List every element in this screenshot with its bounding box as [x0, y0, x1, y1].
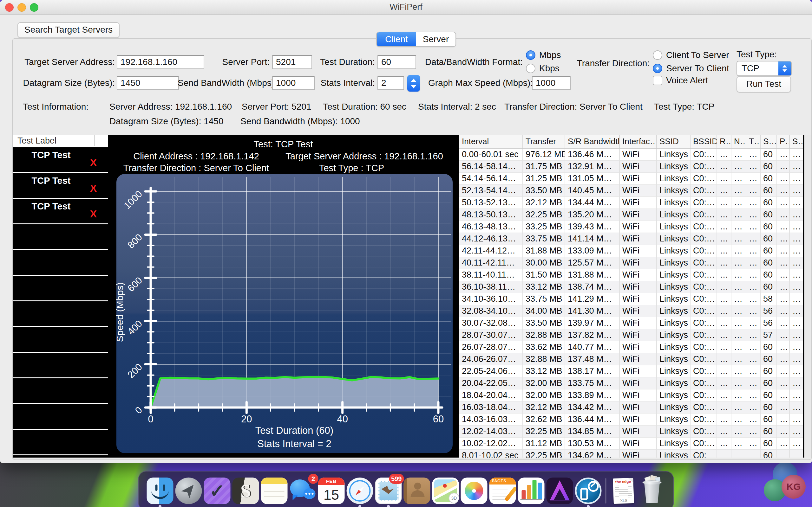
column-header[interactable]: Transfer	[523, 135, 565, 148]
table-row[interactable]: 42.11-44.12…31.88 MB133.09 M…WiFiLinksys…	[459, 245, 803, 257]
radio-server-to-client[interactable]: Server To Client	[653, 63, 729, 74]
table-row[interactable]: 48.13-50.13…32.25 MB135.20 M…WiFiLinksys…	[459, 209, 803, 221]
test-list-item[interactable]	[13, 327, 108, 353]
table-row[interactable]: 28.07-30.07…32.88 MB137.82 M…WiFiLinksys…	[459, 329, 803, 341]
voice-alert-checkbox[interactable]	[653, 76, 662, 85]
test-list-item[interactable]: TCP TestX	[13, 147, 108, 173]
maps-icon[interactable]: 3D	[432, 473, 460, 507]
affinity-photo-icon[interactable]	[546, 473, 574, 507]
column-header[interactable]: R…	[717, 135, 731, 148]
table-row[interactable]: 8.01-10.02 sec32.25 MB134.62 M…WiFiLinks…	[459, 450, 803, 458]
table-row[interactable]: 36.10-38.11…33.12 MB138.74 M…WiFiLinksys…	[459, 281, 803, 293]
stats-interval-stepper[interactable]	[407, 75, 420, 92]
messages-icon[interactable]: 2	[289, 473, 317, 507]
table-row[interactable]: 38.11-40.11…31.50 MB131.88 M…WiFiLinksys…	[459, 269, 803, 281]
pages-icon[interactable]: PAGES	[489, 473, 517, 507]
column-header[interactable]: S…	[790, 135, 803, 148]
table-row[interactable]: 40.11-42.11…30.00 MB125.57 M…WiFiLinksys…	[459, 257, 803, 269]
test-list-item[interactable]: TCP TestX	[13, 199, 108, 224]
tab-server[interactable]: Server	[416, 32, 455, 46]
send-bandwidth-field[interactable]	[272, 76, 315, 90]
table-row[interactable]: 52.13-54.14…33.50 MB140.45 M…WiFiLinksys…	[459, 185, 803, 197]
column-header[interactable]: S…	[760, 135, 777, 148]
table-row[interactable]: 18.04-20.04…32.00 MB133.89 M…WiFiLinksys…	[459, 389, 803, 401]
search-target-servers-button[interactable]: Search Target Servers	[17, 22, 119, 38]
test-list-header[interactable]: Test Label	[13, 135, 108, 147]
radio-kbps[interactable]: Kbps	[526, 63, 560, 74]
table-row[interactable]: 10.02-12.02…31.12 MB130.53 M…WiFiLinksys…	[459, 438, 803, 450]
column-header[interactable]: S/R Bandwidth	[565, 135, 619, 148]
column-header[interactable]: T…	[746, 135, 760, 148]
table-row[interactable]: 46.13-48.13…33.25 MB139.43 M…WiFiLinksys…	[459, 221, 803, 233]
test-list-item[interactable]	[13, 250, 108, 276]
table-row[interactable]: 26.07-28.07…33.62 MB140.77 M…WiFiLinksys…	[459, 341, 803, 353]
finder-icon[interactable]	[146, 473, 174, 507]
table-row[interactable]: 54.14-56.14…31.25 MB131.05 M…WiFiLinksys…	[459, 173, 803, 185]
table-row[interactable]: 0.00-60.01 sec976.12 MB136.46 M…WiFiLink…	[459, 148, 803, 161]
test-list-item[interactable]	[13, 224, 108, 250]
photos-icon[interactable]	[460, 473, 489, 507]
run-test-button[interactable]: Run Test	[737, 76, 791, 93]
column-header[interactable]: Interval	[459, 135, 523, 148]
radio-client-to-server-circle[interactable]	[653, 50, 662, 60]
stepper-up-icon[interactable]	[411, 78, 416, 82]
delete-test-button[interactable]: X	[90, 158, 97, 168]
column-header[interactable]: BSSID	[690, 135, 717, 148]
radio-server-to-client-circle[interactable]	[653, 64, 662, 73]
table-row[interactable]: 12.02-14.03…32.25 MB134.85 M…WiFiLinksys…	[459, 426, 803, 438]
test-list-item[interactable]	[13, 404, 108, 430]
delete-test-button[interactable]: X	[90, 183, 97, 193]
table-scrollbar[interactable]	[804, 135, 811, 458]
test-list-item[interactable]	[13, 430, 108, 455]
test-list-item[interactable]	[13, 276, 108, 301]
column-header[interactable]: Interfac…	[619, 135, 657, 148]
table-row[interactable]: 20.04-22.05…32.00 MB133.75 M…WiFiLinksys…	[459, 377, 803, 389]
table-row[interactable]: 22.05-24.06…33.12 MB138.17 M…WiFiLinksys…	[459, 365, 803, 377]
test-list-item[interactable]	[13, 301, 108, 327]
table-row[interactable]: 50.13-52.13…32.12 MB134.44 M…WiFiLinksys…	[459, 197, 803, 209]
test-list-item[interactable]: TCP TestX	[13, 173, 108, 199]
table-row[interactable]: 56.14-58.14…31.75 MB132.91 M…WiFiLinksys…	[459, 161, 803, 173]
contacts-icon[interactable]	[403, 473, 432, 507]
column-header[interactable]: SSID	[657, 135, 690, 148]
title-bar[interactable]: WiFiPerf	[0, 0, 812, 14]
notes-icon[interactable]	[260, 473, 289, 507]
mail-icon[interactable]: 599	[374, 473, 403, 507]
column-header[interactable]: P…	[777, 135, 790, 148]
scrivener-icon[interactable]: S	[232, 473, 260, 507]
wifiperf-icon[interactable]	[574, 473, 603, 507]
column-header[interactable]: N…	[731, 135, 746, 148]
target-server-address-field[interactable]	[117, 55, 204, 69]
radio-kbps-circle[interactable]	[526, 64, 536, 73]
table-row[interactable]: 24.06-26.07…32.88 MB137.48 M…WiFiLinksys…	[459, 353, 803, 365]
test-type-dropdown[interactable]: TCP	[737, 61, 792, 76]
table-cell: 133.09 M…	[565, 245, 619, 257]
datagram-size-field[interactable]	[117, 76, 179, 90]
test-list-item[interactable]	[13, 353, 108, 378]
voice-alert-checkbox-row[interactable]: Voice Alert	[653, 75, 708, 86]
numbers-icon[interactable]	[517, 473, 546, 507]
stats-interval-field[interactable]	[377, 76, 404, 90]
radio-mbps-circle[interactable]	[526, 50, 536, 60]
table-row[interactable]: 34.10-36.10…33.75 MB141.29 M…WiFiLinksys…	[459, 293, 803, 305]
table-row[interactable]: 30.07-32.08…33.50 MB139.97 M…WiFiLinksys…	[459, 317, 803, 329]
calendar-icon[interactable]: FEB15	[317, 473, 346, 507]
test-list-item[interactable]	[13, 378, 108, 404]
graph-max-speed-field[interactable]	[532, 76, 571, 90]
safari-icon[interactable]	[346, 473, 374, 507]
trash-icon[interactable]	[638, 473, 666, 507]
table-row[interactable]: 32.08-34.10…34.00 MB141.30 M…WiFiLinksys…	[459, 305, 803, 317]
documents-icon[interactable]: the edgeXLS	[609, 473, 638, 507]
launchpad-icon[interactable]	[174, 473, 203, 507]
radio-client-to-server[interactable]: Client To Server	[653, 50, 729, 60]
delete-test-button[interactable]: X	[90, 209, 97, 219]
table-row[interactable]: 44.12-46.13…33.75 MB141.14 M…WiFiLinksys…	[459, 233, 803, 245]
server-port-field[interactable]	[272, 55, 312, 69]
omnifocus-icon[interactable]: ✓	[203, 473, 232, 507]
test-duration-field[interactable]	[377, 55, 416, 69]
stepper-down-icon[interactable]	[411, 85, 416, 89]
table-row[interactable]: 16.03-18.04…32.12 MB134.42 M…WiFiLinksys…	[459, 401, 803, 413]
radio-mbps[interactable]: Mbps	[526, 50, 561, 60]
tab-client[interactable]: Client	[377, 32, 416, 46]
table-row[interactable]: 14.03-16.03…32.62 MB136.44 M…WiFiLinksys…	[459, 413, 803, 426]
